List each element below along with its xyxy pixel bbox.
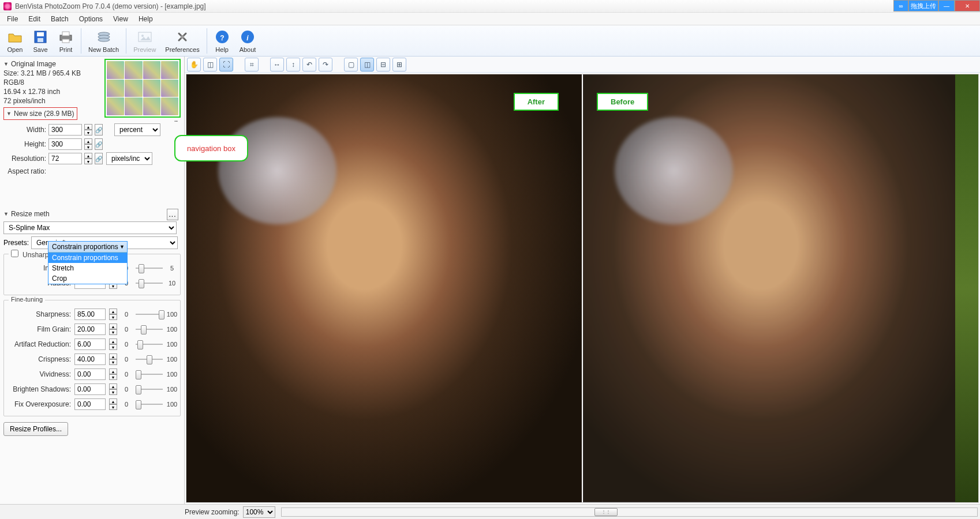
width-label: Width: [3,126,46,134]
finetune-input[interactable] [74,368,106,380]
menu-view[interactable]: View [109,14,133,24]
finetune-spinner[interactable]: ▲▼ [109,368,117,380]
finetune-slider[interactable] [136,355,163,364]
aspect-option-crop[interactable]: Crop [48,273,127,284]
menu-batch[interactable]: Batch [46,14,73,24]
preview-panes[interactable]: After Before [186,74,979,503]
finetune-input[interactable] [74,309,106,320]
resolution-spinner[interactable]: ▲▼ [84,153,92,164]
finetune-label: Artifact Reduction: [6,340,71,348]
finetune-input[interactable] [74,339,106,350]
preview-icon [137,29,153,45]
help-button[interactable]: ? Help [210,27,235,55]
save-icon [32,29,48,45]
intensity-slider[interactable] [136,264,163,273]
navigation-thumbnail[interactable]: ... [104,59,181,118]
size-unit-select[interactable]: percent [114,123,160,136]
aspect-label: Aspect ratio: [3,167,46,175]
view-single-button[interactable]: ▢ [344,58,358,72]
svg-rect-4 [62,32,69,36]
rotate-ccw-button[interactable]: ↶ [302,58,316,72]
newbatch-button[interactable]: New Batch [84,27,124,55]
flip-v-button[interactable]: ↕ [286,58,300,72]
view-tile-button[interactable]: ⊞ [392,58,406,72]
menu-file[interactable]: File [2,14,23,24]
open-label: Open [8,46,23,53]
menu-options[interactable]: Options [74,14,107,24]
open-icon [7,29,23,45]
finetune-spinner[interactable]: ▲▼ [109,309,117,320]
finetune-slider[interactable] [136,370,163,379]
finetune-input[interactable] [74,383,106,395]
prefs-button[interactable]: Preferences [160,27,204,55]
resolution-label: Resolution: [3,155,46,163]
preview-button[interactable]: Preview [129,27,160,55]
height-spinner[interactable]: ▲▼ [84,138,92,150]
view-split-h-button[interactable]: ⊟ [376,58,390,72]
finetune-input[interactable] [74,353,106,365]
finetune-spinner[interactable]: ▲▼ [109,339,117,350]
width-input[interactable] [48,124,82,136]
resize-profiles-button[interactable]: Resize Profiles... [3,422,68,436]
pane-before[interactable]: Before [583,74,978,502]
finetune-slider[interactable] [136,385,163,394]
finetune-min: 0 [121,311,132,318]
finetune-slider[interactable] [136,310,163,319]
finetune-spinner[interactable]: ▲▼ [109,398,117,410]
finetune-input[interactable] [74,398,106,410]
flip-h-button[interactable]: ↔ [270,58,284,72]
res-unit-select[interactable]: pixels/inch [106,152,152,165]
winbtn-drag[interactable]: 拖拽上传 [908,0,938,12]
link-res-icon[interactable]: 🔗 [95,153,103,164]
finetune-spinner[interactable]: ▲▼ [109,324,117,335]
print-button[interactable]: Print [53,27,78,55]
finetune-row: Film Grain:▲▼0100 [6,324,178,335]
finetune-input[interactable] [74,324,106,335]
view-split-v-button[interactable]: ◫ [360,58,374,72]
winbtn-close[interactable]: ✕ [955,0,980,12]
selection-tool-button[interactable]: ◫ [203,58,217,72]
aspect-option-stretch[interactable]: Stretch [48,263,127,273]
winbtn-extra[interactable]: ∞ [893,0,908,12]
aspect-ratio-dropdown[interactable]: Constrain proportions ▼ Constrain propor… [48,241,128,284]
nav-tool-button[interactable]: ⛶ [219,58,233,72]
newsize-header[interactable]: New size (28.9 MB) [6,110,74,118]
open-button[interactable]: Open [2,27,28,55]
unsharp-checkbox[interactable] [11,250,18,257]
resolution-input[interactable] [48,153,82,164]
link-height-icon[interactable]: 🔗 [95,138,103,150]
finetune-spinner[interactable]: ▲▼ [109,383,117,395]
finetune-spinner[interactable]: ▲▼ [109,353,117,365]
finetune-row: Vividness:▲▼0100 [6,368,178,380]
menu-edit[interactable]: Edit [24,14,45,24]
svg-point-10 [141,35,144,37]
rotate-cw-button[interactable]: ↷ [319,58,332,72]
height-input[interactable] [48,138,82,150]
hand-tool-button[interactable]: ✋ [187,58,201,72]
thumbnail-more-button[interactable]: ... [174,114,177,123]
resize-method-select[interactable]: S-Spline Max [3,221,177,234]
finetune-row: Artifact Reduction:▲▼0100 [6,339,178,350]
width-spinner[interactable]: ▲▼ [84,124,92,136]
finetune-slider[interactable] [136,400,163,409]
save-button[interactable]: Save [28,27,53,55]
zoom-select[interactable]: 100% [243,506,275,518]
radius-max: 10 [166,280,178,287]
scrollbar-thumb[interactable]: ⋮⋮ [594,508,618,516]
aspect-selected[interactable]: Constrain proportions [48,242,127,253]
resize-method-more-button[interactable]: ... [167,209,178,220]
radius-slider[interactable] [136,279,163,288]
crop-tool-button[interactable]: ⌗ [245,58,259,72]
link-width-icon[interactable]: 🔗 [95,124,103,136]
menu-help[interactable]: Help [134,14,158,24]
finetune-slider[interactable] [136,340,163,349]
finetune-min: 0 [121,401,132,408]
finetune-slider[interactable] [136,325,163,334]
aspect-option-constrain[interactable]: Constrain proportions [48,253,127,263]
about-button[interactable]: i About [235,27,261,55]
help-icon: ? [214,29,230,45]
finetune-max: 100 [166,341,178,348]
horizontal-scrollbar[interactable]: ⋮⋮ [281,507,978,517]
winbtn-min[interactable]: — [938,0,955,12]
resize-method-header[interactable]: Resize meth [3,210,50,218]
